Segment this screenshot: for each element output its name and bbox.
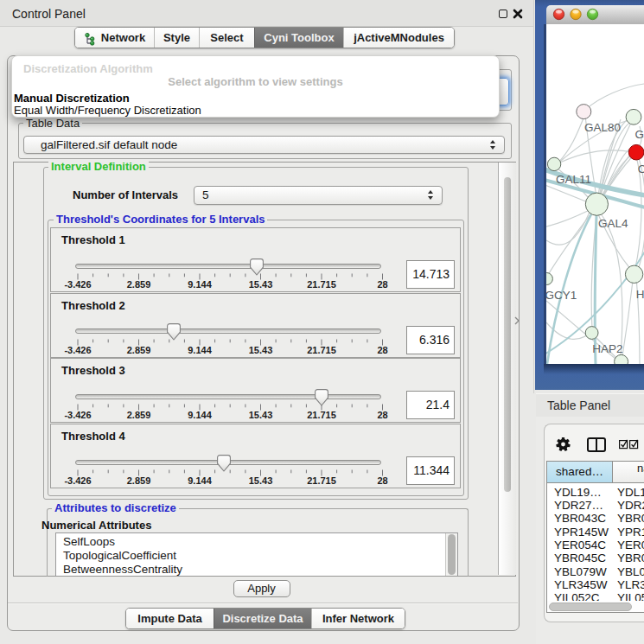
svg-text:-3.426: -3.426 (64, 475, 91, 486)
svg-text:9.144: 9.144 (188, 279, 212, 290)
svg-text:28: 28 (377, 279, 387, 290)
svg-text:15.43: 15.43 (249, 475, 273, 486)
svg-text:2.859: 2.859 (127, 475, 151, 486)
svg-text:28: 28 (377, 475, 387, 486)
svg-text:HAP2: HAP2 (592, 342, 622, 355)
svg-text:-3.426: -3.426 (64, 279, 91, 290)
svg-text:-3.426: -3.426 (64, 344, 91, 354)
svg-text:28: 28 (377, 344, 387, 354)
svg-text:21.715: 21.715 (307, 475, 336, 486)
svg-text:GCY1: GCY1 (546, 289, 577, 302)
svg-text:9.144: 9.144 (188, 344, 212, 354)
svg-text:15.43: 15.43 (249, 410, 273, 420)
svg-text:28: 28 (377, 410, 387, 420)
svg-text:2.859: 2.859 (127, 344, 151, 354)
svg-text:9.144: 9.144 (188, 410, 212, 420)
svg-text:9.144: 9.144 (188, 475, 212, 486)
svg-text:GAL4: GAL4 (598, 217, 628, 230)
svg-text:21.715: 21.715 (307, 410, 336, 420)
svg-text:H: H (636, 288, 644, 301)
svg-text:15.43: 15.43 (249, 279, 273, 290)
svg-text:C: C (638, 163, 644, 175)
svg-text:GAL80: GAL80 (584, 121, 621, 134)
svg-text:GA: GA (634, 128, 644, 141)
svg-text:2.859: 2.859 (127, 410, 151, 420)
svg-text:2.859: 2.859 (127, 279, 151, 290)
svg-text:-3.426: -3.426 (64, 410, 91, 420)
svg-text:15.43: 15.43 (249, 344, 273, 354)
svg-text:21.715: 21.715 (307, 279, 336, 290)
svg-text:21.715: 21.715 (307, 344, 336, 354)
svg-text:GAL11: GAL11 (556, 173, 591, 186)
